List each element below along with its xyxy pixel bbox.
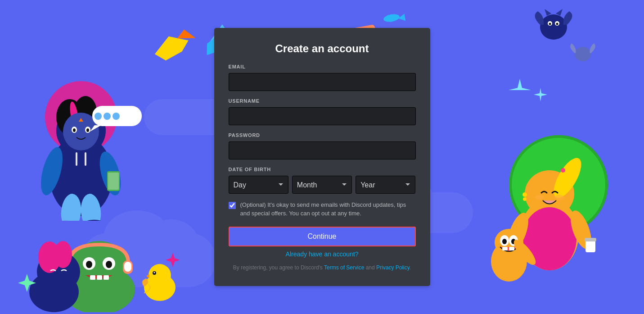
dob-label: DATE OF BIRTH — [229, 167, 416, 172]
email-optin-checkbox[interactable] — [229, 202, 236, 209]
year-select[interactable]: Year202620252024202320222021202020192018… — [356, 176, 415, 194]
create-account-modal: Create an account EMAIL USERNAME PASSWOR… — [214, 28, 430, 286]
modal-backdrop: Create an account EMAIL USERNAME PASSWOR… — [0, 0, 644, 314]
month-select[interactable]: MonthJanuaryFebruaryMarchAprilMayJuneJul… — [292, 176, 352, 194]
tos-mid: and — [364, 264, 376, 271]
continue-button[interactable]: Continue — [229, 227, 416, 246]
already-have-account-link[interactable]: Already have an account? — [286, 250, 359, 258]
already-have-account-row: Already have an account? — [229, 250, 416, 258]
email-input[interactable] — [229, 73, 416, 91]
username-label: USERNAME — [229, 98, 416, 104]
password-group: PASSWORD — [229, 132, 416, 159]
privacy-link[interactable]: Privacy Policy — [376, 264, 410, 271]
email-label: EMAIL — [229, 64, 416, 69]
modal-title: Create an account — [229, 42, 416, 55]
password-label: PASSWORD — [229, 132, 416, 138]
tos-text: By registering, you agree to Discord's T… — [229, 264, 416, 272]
email-optin-label[interactable]: (Optional) It's okay to send me emails w… — [240, 201, 416, 217]
dob-row: Day1234567891011121314151617181920212223… — [229, 176, 416, 194]
tos-link[interactable]: Terms of Service — [324, 264, 364, 271]
day-select[interactable]: Day1234567891011121314151617181920212223… — [229, 176, 288, 194]
password-input[interactable] — [229, 141, 416, 159]
tos-post: . — [410, 264, 411, 271]
email-group: EMAIL — [229, 64, 416, 91]
tos-pre: By registering, you agree to Discord's — [233, 264, 324, 271]
dob-group: DATE OF BIRTH Day12345678910111213141516… — [229, 167, 416, 194]
checkbox-row: (Optional) It's okay to send me emails w… — [229, 201, 416, 217]
username-group: USERNAME — [229, 98, 416, 125]
username-input[interactable] — [229, 107, 416, 125]
